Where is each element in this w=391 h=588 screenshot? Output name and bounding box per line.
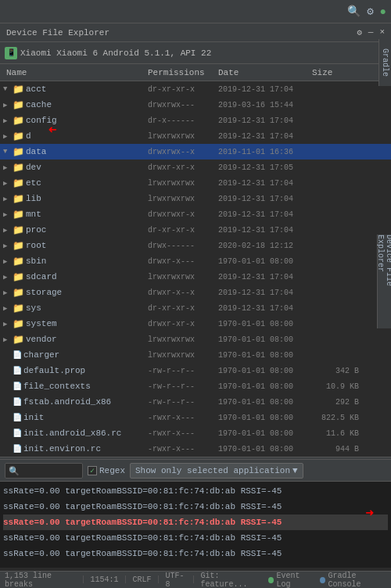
- file-row[interactable]: ▶📁dlrwxrwxrwx2019-12-31 17:04: [0, 128, 391, 144]
- file-row[interactable]: ▶📁rootdrwx------2020-02-18 12:12: [0, 238, 391, 253]
- expand-arrow[interactable]: ▼: [3, 85, 11, 93]
- expand-arrow[interactable]: ▶: [3, 195, 11, 203]
- column-headers: Name Permissions Date Size: [0, 64, 391, 81]
- file-cell-date: 1970-01-01 08:00: [218, 320, 312, 328]
- folder-icon: 📁: [13, 193, 24, 205]
- file-name: cache: [26, 100, 52, 109]
- status-line-ending: CRLF: [133, 575, 152, 584]
- file-row[interactable]: ▶📁devdrwxr-xr-x2019-12-31 17:05: [0, 160, 391, 175]
- file-name: default.prop: [23, 366, 85, 375]
- file-cell-date: 1970-01-01 08:00: [218, 257, 312, 266]
- file-row[interactable]: ▶📁storagedrwxr-x--x2019-12-31 17:04: [0, 285, 391, 300]
- file-row[interactable]: 📄fstab.android_x86-rw-r--r--1970-01-01 0…: [0, 394, 391, 410]
- file-row[interactable]: ▶📁procdr-xr-xr-x2019-12-31 17:04: [0, 222, 391, 238]
- expand-arrow[interactable]: ▶: [3, 320, 11, 328]
- file-row[interactable]: ▶📁liblrwxrwxrwx2019-12-31 17:04: [0, 191, 391, 206]
- panel-close-icon[interactable]: ×: [379, 27, 385, 38]
- expand-arrow[interactable]: ▶: [3, 257, 11, 266]
- expand-arrow[interactable]: ▶: [3, 163, 11, 172]
- file-cell-name: 📄init.android_x86.rc: [3, 428, 148, 438]
- log-line: ssRate=0.00 targetRoamBSSID=00:81:fc:74:…: [3, 546, 388, 561]
- file-cell-size: 822.5 KB: [312, 414, 359, 422]
- file-row[interactable]: ▶📁cachedrwxrwx---2019-03-16 15:44: [0, 97, 391, 113]
- col-header-permissions: Permissions: [148, 68, 218, 77]
- file-row[interactable]: 📄init-rwxr-x---1970-01-01 08:00822.5 KB: [0, 410, 391, 425]
- expand-arrow[interactable]: ▶: [3, 132, 11, 141]
- gradle-console-dot: [320, 577, 325, 583]
- status-encoding: UTF-8: [166, 572, 187, 589]
- device-file-explorer-tab[interactable]: Device File Explorer: [377, 235, 391, 328]
- event-log-indicator[interactable]: Event Log: [268, 572, 314, 589]
- file-cell-date: 2019-12-31 17:04: [218, 85, 312, 94]
- file-row[interactable]: ▶📁vendorlrwxrwxrwx1970-01-01 08:00: [0, 332, 391, 347]
- gradle-console-indicator[interactable]: Gradle Console: [320, 572, 386, 589]
- file-row[interactable]: 📄init.environ.rc-rwxr-x---1970-01-01 08:…: [0, 441, 391, 457]
- expand-arrow[interactable]: ▶: [3, 226, 11, 235]
- expand-arrow[interactable]: ▶: [3, 304, 11, 313]
- file-name: sbin: [26, 256, 46, 266]
- file-row[interactable]: ▶📁sysdr-xr-xr-x2019-12-31 17:04: [0, 300, 391, 316]
- gradle-tab-label: Gradle: [381, 48, 389, 77]
- regex-check-box[interactable]: ✓: [88, 466, 97, 475]
- expand-arrow[interactable]: ▶: [3, 242, 11, 250]
- run-icon[interactable]: ●: [380, 5, 386, 18]
- file-cell-name: ▶📁mnt: [3, 209, 148, 220]
- folder-icon: 📁: [13, 224, 24, 236]
- file-cell-perms: drwxr-xr-x: [148, 163, 218, 172]
- file-name: d: [26, 131, 31, 141]
- panel-title: Device File Explorer: [6, 28, 357, 38]
- folder-icon: 📁: [13, 84, 24, 95]
- file-cell-perms: dr-x------: [148, 117, 218, 125]
- expand-arrow[interactable]: ▶: [3, 210, 11, 219]
- expand-arrow[interactable]: ▶: [3, 273, 11, 281]
- gradle-console-label: Gradle Console: [328, 572, 386, 589]
- expand-arrow[interactable]: ▼: [3, 148, 11, 156]
- file-cell-perms: drwxrwxr-x: [148, 210, 218, 219]
- regex-checkbox[interactable]: ✓ Regex: [88, 466, 125, 475]
- expand-arrow[interactable]: ▶: [3, 289, 11, 297]
- expand-arrow[interactable]: ▶: [3, 335, 11, 344]
- file-cell-perms: drwxrwx---: [148, 101, 218, 109]
- panel-layout-icon[interactable]: —: [368, 27, 374, 38]
- log-search-input[interactable]: [5, 463, 83, 479]
- device-bar[interactable]: 📱 Xiaomi Xiaomi 6 Android 5.1.1, API 22 …: [0, 42, 391, 64]
- settings-icon[interactable]: ⚙: [367, 5, 373, 18]
- file-row[interactable]: 📄default.prop-rw-r--r--1970-01-01 08:003…: [0, 363, 391, 378]
- panel-header: Device File Explorer ⚙ — ×: [0, 23, 391, 42]
- col-header-name: Name: [3, 68, 148, 77]
- file-row[interactable]: ▼📁datadrwxrwx--x2019-11-01 16:36: [0, 144, 391, 160]
- file-row[interactable]: 📄init.android_x86.rc-rwxr-x---1970-01-01…: [0, 425, 391, 441]
- file-name: proc: [26, 225, 46, 235]
- file-row[interactable]: ▶📁mntdrwxrwxr-x2019-12-31 17:04: [0, 206, 391, 222]
- file-cell-size: 944 B: [312, 445, 359, 454]
- file-row[interactable]: ▶📁sdcardlrwxrwxrwx2019-12-31 17:04: [0, 269, 391, 285]
- file-row[interactable]: ▶📁configdr-x------2019-12-31 17:04: [0, 113, 391, 128]
- file-name: system: [26, 319, 57, 328]
- file-name: storage: [26, 288, 62, 297]
- file-row[interactable]: ▶📁systemdrwxr-xr-x1970-01-01 08:00: [0, 316, 391, 332]
- file-row[interactable]: ▶📁sbindrwxr-x---1970-01-01 08:00: [0, 253, 391, 269]
- device-icon: 📱: [5, 47, 17, 59]
- file-row[interactable]: ▼📁acctdr-xr-xr-x2019-12-31 17:04: [0, 81, 391, 97]
- file-cell-name: ▶📁vendor: [3, 334, 148, 346]
- file-row[interactable]: ▶📁etclrwxrwxrwx2019-12-31 17:04: [0, 175, 391, 191]
- expand-arrow[interactable]: ▶: [3, 117, 11, 125]
- file-cell-perms: dr-xr-xr-x: [148, 226, 218, 235]
- panel-settings-icon[interactable]: ⚙: [357, 27, 362, 38]
- file-cell-perms: dr-xr-xr-x: [148, 304, 218, 313]
- file-cell-perms: lrwxrwxrwx: [148, 132, 218, 141]
- file-row[interactable]: 📄file_contexts-rw-r--r--1970-01-01 08:00…: [0, 378, 391, 394]
- file-name: lib: [26, 194, 41, 203]
- file-name: sys: [26, 303, 41, 313]
- file-cell-perms: drwxr-x--x: [148, 289, 218, 297]
- search-icon[interactable]: 🔍: [347, 5, 361, 18]
- gradle-tab[interactable]: Gradle: [378, 39, 391, 86]
- file-row[interactable]: 📄chargerlrwxrwxrwx1970-01-01 08:00: [0, 347, 391, 363]
- file-icon: 📄: [13, 397, 22, 407]
- log-line: ssRate=0.00 targetRoamBSSID=00:81:fc:74:…: [3, 530, 388, 546]
- folder-icon: 📁: [13, 334, 24, 346]
- app-filter-button[interactable]: Show only selected application ▼: [130, 463, 303, 479]
- expand-arrow[interactable]: ▶: [3, 179, 11, 188]
- file-cell-date: 2019-03-16 15:44: [218, 101, 312, 109]
- expand-arrow[interactable]: ▶: [3, 101, 11, 109]
